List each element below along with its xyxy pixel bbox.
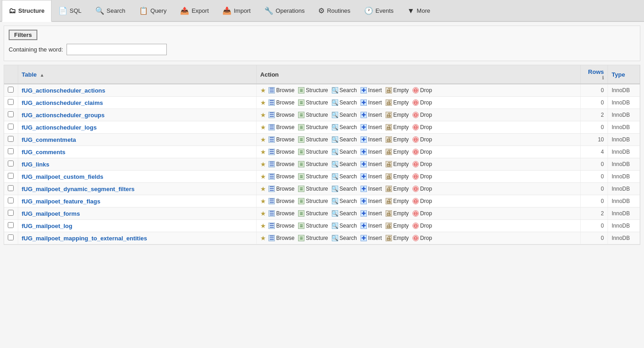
favorite-star[interactable]: ★ <box>260 161 266 168</box>
action-insert[interactable]: ✚Insert <box>359 185 383 192</box>
favorite-star[interactable]: ★ <box>260 222 266 229</box>
row-checkbox[interactable] <box>8 234 14 240</box>
table-name[interactable]: fUG_links <box>18 158 257 171</box>
table-name[interactable]: fUG_actionscheduler_claims <box>18 97 257 109</box>
action-drop[interactable]: ⊖Drop <box>411 87 433 94</box>
action-browse[interactable]: ☰Browse <box>267 87 296 94</box>
nav-tab-events[interactable]: 🕐Events <box>357 0 401 21</box>
action-search[interactable]: 🔍Search <box>330 136 358 143</box>
action-browse[interactable]: ☰Browse <box>267 197 296 205</box>
table-name[interactable]: fUG_commentmeta <box>18 134 257 146</box>
action-empty[interactable]: 🖨Empty <box>384 234 410 242</box>
action-drop[interactable]: ⊖Drop <box>411 148 433 156</box>
row-checkbox[interactable] <box>8 87 14 93</box>
nav-tab-export[interactable]: 📤Export <box>173 0 216 21</box>
favorite-star[interactable]: ★ <box>260 124 266 131</box>
action-structure[interactable]: ≡Structure <box>297 197 330 205</box>
action-empty[interactable]: 🖨Empty <box>384 87 410 94</box>
action-browse[interactable]: ☰Browse <box>267 222 296 229</box>
action-search[interactable]: 🔍Search <box>330 111 358 119</box>
action-insert[interactable]: ✚Insert <box>359 161 383 168</box>
action-empty[interactable]: 🖨Empty <box>384 210 410 217</box>
action-structure[interactable]: ≡Structure <box>297 136 330 143</box>
nav-tab-import[interactable]: 📥Import <box>216 0 258 21</box>
action-search[interactable]: 🔍Search <box>330 173 358 180</box>
favorite-star[interactable]: ★ <box>260 185 266 192</box>
action-search[interactable]: 🔍Search <box>330 210 358 217</box>
action-structure[interactable]: ≡Structure <box>297 173 330 180</box>
action-empty[interactable]: 🖨Empty <box>384 222 410 229</box>
nav-tab-routines[interactable]: ⚙Routines <box>311 0 357 21</box>
action-browse[interactable]: ☰Browse <box>267 136 296 143</box>
action-browse[interactable]: ☰Browse <box>267 210 296 217</box>
favorite-star[interactable]: ★ <box>260 99 266 106</box>
action-drop[interactable]: ⊖Drop <box>411 173 433 180</box>
action-empty[interactable]: 🖨Empty <box>384 99 410 106</box>
row-checkbox[interactable] <box>8 111 14 117</box>
nav-tab-query[interactable]: 📋Query <box>132 0 173 21</box>
action-empty[interactable]: 🖨Empty <box>384 161 410 168</box>
action-search[interactable]: 🔍Search <box>330 148 358 156</box>
table-name[interactable]: fUG_mailpoet_dynamic_segment_filters <box>18 183 257 195</box>
action-search[interactable]: 🔍Search <box>330 87 358 94</box>
row-checkbox[interactable] <box>8 173 14 179</box>
col-table-header[interactable]: Table ▲ <box>18 65 257 84</box>
action-insert[interactable]: ✚Insert <box>359 210 383 217</box>
action-structure[interactable]: ≡Structure <box>297 87 330 94</box>
action-insert[interactable]: ✚Insert <box>359 124 383 131</box>
action-structure[interactable]: ≡Structure <box>297 222 330 229</box>
action-drop[interactable]: ⊖Drop <box>411 99 433 106</box>
table-name[interactable]: fUG_mailpoet_mapping_to_external_entitie… <box>18 232 257 244</box>
row-checkbox[interactable] <box>8 148 14 154</box>
action-browse[interactable]: ☰Browse <box>267 234 296 242</box>
nav-tab-search[interactable]: 🔍Search <box>88 0 132 21</box>
table-name[interactable]: fUG_actionscheduler_logs <box>18 121 257 134</box>
action-drop[interactable]: ⊖Drop <box>411 234 433 242</box>
favorite-star[interactable]: ★ <box>260 173 266 180</box>
action-empty[interactable]: 🖨Empty <box>384 148 410 156</box>
action-empty[interactable]: 🖨Empty <box>384 136 410 143</box>
action-browse[interactable]: ☰Browse <box>267 99 296 106</box>
favorite-star[interactable]: ★ <box>260 148 266 156</box>
action-drop[interactable]: ⊖Drop <box>411 124 433 131</box>
nav-tab-sql[interactable]: 📄SQL <box>52 0 88 21</box>
favorite-star[interactable]: ★ <box>260 210 266 217</box>
action-structure[interactable]: ≡Structure <box>297 161 330 168</box>
action-insert[interactable]: ✚Insert <box>359 197 383 205</box>
action-search[interactable]: 🔍Search <box>330 185 358 192</box>
action-search[interactable]: 🔍Search <box>330 197 358 205</box>
action-structure[interactable]: ≡Structure <box>297 234 330 242</box>
row-checkbox[interactable] <box>8 99 14 105</box>
action-browse[interactable]: ☰Browse <box>267 161 296 168</box>
row-checkbox[interactable] <box>8 197 14 203</box>
favorite-star[interactable]: ★ <box>260 234 266 242</box>
action-structure[interactable]: ≡Structure <box>297 210 330 217</box>
action-empty[interactable]: 🖨Empty <box>384 173 410 180</box>
table-name[interactable]: fUG_comments <box>18 146 257 158</box>
action-browse[interactable]: ☰Browse <box>267 185 296 192</box>
table-name[interactable]: fUG_actionscheduler_groups <box>18 109 257 121</box>
action-search[interactable]: 🔍Search <box>330 234 358 242</box>
row-checkbox[interactable] <box>8 222 14 228</box>
filters-input[interactable] <box>67 44 167 55</box>
action-drop[interactable]: ⊖Drop <box>411 185 433 192</box>
table-name[interactable]: fUG_actionscheduler_actions <box>18 84 257 97</box>
action-browse[interactable]: ☰Browse <box>267 111 296 119</box>
table-name[interactable]: fUG_mailpoet_custom_fields <box>18 171 257 183</box>
action-structure[interactable]: ≡Structure <box>297 99 330 106</box>
action-insert[interactable]: ✚Insert <box>359 111 383 119</box>
nav-tab-operations[interactable]: 🔧Operations <box>258 0 312 21</box>
table-name[interactable]: fUG_mailpoet_forms <box>18 208 257 220</box>
action-search[interactable]: 🔍Search <box>330 161 358 168</box>
row-checkbox[interactable] <box>8 161 14 166</box>
action-insert[interactable]: ✚Insert <box>359 87 383 94</box>
action-insert[interactable]: ✚Insert <box>359 222 383 229</box>
table-name[interactable]: fUG_mailpoet_log <box>18 220 257 232</box>
row-checkbox[interactable] <box>8 124 14 130</box>
nav-tab-structure[interactable]: 🗂Structure <box>2 0 52 22</box>
action-drop[interactable]: ⊖Drop <box>411 161 433 168</box>
action-browse[interactable]: ☰Browse <box>267 148 296 156</box>
rows-help[interactable]: ℹ <box>584 75 604 80</box>
nav-tab-more[interactable]: ▼More <box>401 0 437 21</box>
action-drop[interactable]: ⊖Drop <box>411 210 433 217</box>
